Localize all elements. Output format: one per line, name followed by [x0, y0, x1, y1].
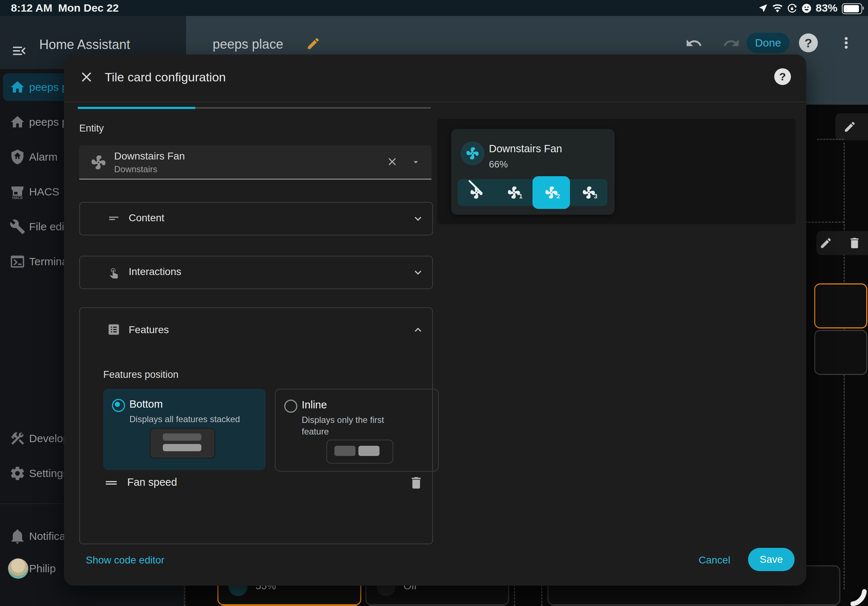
features-position-bottom-option[interactable]: Bottom Displays all features stacked: [103, 389, 266, 470]
close-icon[interactable]: [79, 69, 95, 85]
chevron-up-icon[interactable]: [411, 323, 425, 336]
preview-entity-name: Downstairs Fan: [489, 143, 562, 155]
menu-icon[interactable]: [11, 43, 28, 59]
inline-position-illustration: [326, 440, 393, 464]
spinner-arc: [851, 588, 868, 606]
preview-tile-card[interactable]: Downstairs Fan 66% 1 2: [451, 129, 615, 215]
cancel-button[interactable]: Cancel: [699, 554, 730, 566]
clear-entity-icon[interactable]: [386, 156, 398, 168]
terminal-icon: [9, 254, 25, 270]
drag-handle-icon[interactable]: [104, 476, 118, 490]
chevron-down-icon: [411, 266, 425, 279]
radio-unselected[interactable]: [284, 400, 297, 413]
dashboard-title: peeps place: [212, 37, 283, 52]
show-code-editor-link[interactable]: Show code editor: [86, 554, 164, 566]
screen: 8:12 AM Mon Dec 22 83% peeps place Done …: [0, 0, 868, 606]
trash-icon[interactable]: [848, 236, 862, 250]
face-icon: [801, 3, 812, 14]
chevron-down-icon: [411, 212, 425, 225]
features-position-label: Features position: [103, 369, 178, 380]
wifi-icon: [772, 3, 783, 14]
dialog-help-button[interactable]: ?: [774, 68, 791, 85]
interactions-section-label: Interactions: [129, 266, 181, 278]
feature-row-fan-speed: Fan speed: [80, 470, 432, 495]
bottom-position-illustration: [150, 428, 215, 459]
entity-name: Downstairs Fan: [114, 150, 185, 162]
status-bar: 8:12 AM Mon Dec 22 83%: [0, 0, 868, 16]
redo-icon[interactable]: [722, 34, 740, 52]
pencil-icon[interactable]: [819, 237, 832, 250]
rotation-lock-icon: [787, 3, 797, 14]
edit-dashboard-title-icon[interactable]: [306, 36, 321, 51]
gear-icon: [9, 465, 25, 481]
entity-area: Downstairs: [114, 164, 157, 175]
tab-bar-track[interactable]: [195, 107, 431, 109]
undo-icon[interactable]: [685, 34, 703, 52]
interactions-section-toggle[interactable]: Interactions: [79, 256, 433, 289]
save-button[interactable]: Save: [748, 548, 795, 571]
card-preview-panel: Downstairs Fan 66% 1 2: [437, 119, 796, 224]
tile-card-config-dialog: Tile card configuration ? Entity Downsta…: [64, 54, 806, 586]
preview-entity-state: 66%: [489, 159, 508, 170]
pencil-icon[interactable]: [843, 120, 856, 133]
trash-icon[interactable]: [409, 475, 424, 490]
entity-dropdown-caret-icon[interactable]: [411, 157, 421, 167]
hammer-icon: [9, 431, 25, 447]
feature-row-label: Fan speed: [127, 476, 177, 488]
gesture-tap-icon: [107, 265, 121, 279]
avatar: [8, 558, 28, 579]
list-box-icon: [107, 323, 121, 336]
entity-label: Entity: [79, 123, 104, 134]
app-title: Home Assistant: [39, 37, 130, 52]
hacs-store-icon: [9, 184, 25, 200]
content-section-toggle[interactable]: Content: [79, 202, 433, 235]
battery-icon: [842, 3, 862, 14]
wrench-icon: [9, 219, 25, 235]
done-button[interactable]: Done: [747, 33, 789, 53]
fan-speed-feature-bar: 1 2 3: [457, 179, 608, 206]
fan-speed-1-button[interactable]: 1: [495, 179, 533, 206]
radio-selected[interactable]: [112, 399, 125, 412]
background-card-selected[interactable]: [814, 283, 867, 328]
features-section: Features Features position Bottom Displa…: [79, 308, 433, 544]
fan-speed-2-button-selected[interactable]: 2: [533, 176, 570, 209]
dialog-title: Tile card configuration: [105, 69, 226, 85]
fan-speed-off-button[interactable]: [457, 179, 495, 206]
features-position-inline-option[interactable]: Inline Displays only the first feature: [275, 389, 439, 472]
location-icon: [758, 3, 769, 13]
home-icon: [9, 114, 25, 130]
overflow-menu-icon[interactable]: [837, 34, 855, 52]
text-short-icon: [107, 212, 121, 225]
background-card[interactable]: [814, 330, 867, 375]
card-edit-toolbar: [816, 231, 868, 255]
shield-home-icon: [9, 149, 25, 165]
features-section-label: Features: [129, 324, 169, 336]
dashed-border: [817, 139, 844, 140]
entity-picker[interactable]: Downstairs Fan Downstairs: [79, 145, 431, 179]
fan-icon: [90, 154, 107, 171]
bell-icon: [9, 528, 25, 544]
status-date: Mon Dec 22: [58, 0, 119, 16]
active-tab-indicator[interactable]: [78, 107, 195, 109]
home-icon: [9, 79, 25, 95]
status-time: 8:12 AM: [11, 0, 52, 16]
fan-speed-3-button[interactable]: 3: [570, 179, 608, 206]
fan-icon-badge[interactable]: [460, 141, 485, 165]
content-section-label: Content: [129, 212, 164, 224]
dialog-header-divider: [64, 102, 806, 102]
header-help-button[interactable]: ?: [799, 33, 818, 52]
card-edit-toolbar: [835, 113, 868, 140]
battery-percent: 83%: [816, 0, 837, 16]
